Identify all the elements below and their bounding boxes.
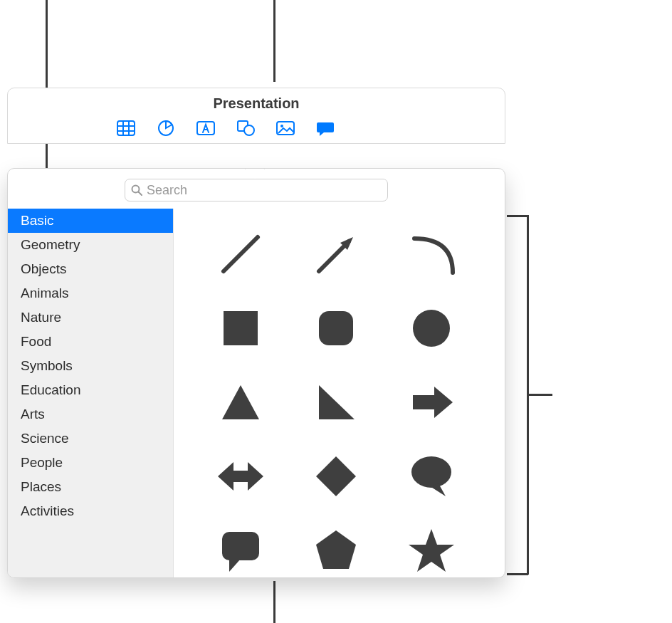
svg-rect-16 xyxy=(224,311,258,345)
circle-shape[interactable] xyxy=(396,300,467,357)
arrow-right-shape-icon xyxy=(406,377,457,428)
svg-marker-27 xyxy=(229,559,241,572)
svg-marker-21 xyxy=(413,387,453,418)
svg-marker-22 xyxy=(218,462,263,491)
comment-icon xyxy=(315,120,335,137)
chart-button[interactable] xyxy=(154,119,177,137)
sidebar-item-label: Animals xyxy=(21,286,69,300)
sidebar-item-places[interactable]: Places xyxy=(8,475,173,499)
media-button[interactable] xyxy=(274,119,297,137)
svg-point-24 xyxy=(411,456,451,488)
popover-body: BasicGeometryObjectsAnimalsNatureFoodSym… xyxy=(8,209,505,577)
speech-bubble-round-shape[interactable] xyxy=(396,448,467,505)
shape-icon xyxy=(236,120,256,137)
svg-rect-0 xyxy=(117,121,135,135)
curve-shape-icon xyxy=(406,229,457,280)
sidebar-item-label: Geometry xyxy=(21,237,80,252)
sidebar-item-label: Education xyxy=(21,382,81,397)
star-shape[interactable] xyxy=(396,522,467,577)
star-shape-icon xyxy=(406,525,457,576)
svg-marker-20 xyxy=(319,385,355,419)
rounded-square-shape-icon xyxy=(310,303,362,354)
diamond-shape[interactable] xyxy=(300,448,372,505)
media-icon xyxy=(275,120,295,137)
sidebar-item-label: Nature xyxy=(21,310,61,325)
sidebar-item-nature[interactable]: Nature xyxy=(8,305,173,330)
square-shape-icon xyxy=(215,303,266,354)
svg-rect-17 xyxy=(319,311,353,345)
window-title: Presentation xyxy=(8,88,505,116)
triangle-shape[interactable] xyxy=(205,374,276,431)
arrow-line-shape-icon xyxy=(310,229,362,280)
sidebar-item-label: Objects xyxy=(21,261,66,276)
pentagon-shape[interactable] xyxy=(300,522,372,577)
triangle-shape-icon xyxy=(215,377,266,428)
line-shape-icon xyxy=(215,229,266,280)
svg-marker-29 xyxy=(409,529,454,572)
svg-line-12 xyxy=(139,192,142,196)
svg-marker-19 xyxy=(222,385,259,419)
arrow-bidirectional-shape[interactable] xyxy=(205,448,276,505)
shapes-area xyxy=(174,209,505,577)
text-icon xyxy=(196,120,216,137)
search-input[interactable]: Search xyxy=(125,179,388,201)
arrow-right-shape[interactable] xyxy=(396,374,467,431)
curve-shape[interactable] xyxy=(396,226,467,283)
sidebar-item-label: Science xyxy=(21,431,69,446)
category-sidebar: BasicGeometryObjectsAnimalsNatureFoodSym… xyxy=(8,209,174,577)
sidebar-item-objects[interactable]: Objects xyxy=(8,257,173,281)
svg-rect-26 xyxy=(222,532,259,560)
sidebar-item-label: Symbols xyxy=(21,358,73,373)
sidebar-item-activities[interactable]: Activities xyxy=(8,499,173,523)
line-shape[interactable] xyxy=(205,226,276,283)
svg-line-13 xyxy=(224,237,258,271)
callout-line xyxy=(273,0,275,82)
sidebar-item-education[interactable]: Education xyxy=(8,378,173,402)
svg-point-8 xyxy=(244,125,254,135)
callout-line xyxy=(273,581,275,623)
app-window: Presentation xyxy=(7,88,505,144)
sidebar-item-label: Food xyxy=(21,334,51,349)
table-icon xyxy=(116,120,136,137)
sidebar-item-label: Arts xyxy=(21,407,45,422)
svg-marker-23 xyxy=(316,456,356,496)
arrow-line-shape[interactable] xyxy=(300,226,372,283)
sidebar-item-food[interactable]: Food xyxy=(8,330,173,354)
speech-bubble-square-shape-icon xyxy=(215,525,266,576)
search-icon xyxy=(131,184,142,196)
callout-line xyxy=(507,215,528,217)
chart-icon xyxy=(156,120,176,137)
right-triangle-shape-icon xyxy=(310,377,362,428)
svg-point-10 xyxy=(280,125,283,127)
sidebar-item-arts[interactable]: Arts xyxy=(8,402,173,426)
sidebar-item-basic[interactable]: Basic xyxy=(8,209,173,233)
callout-line xyxy=(527,394,552,396)
sidebar-item-people[interactable]: People xyxy=(8,451,173,475)
svg-marker-28 xyxy=(316,530,356,569)
diamond-shape-icon xyxy=(310,451,362,502)
sidebar-item-symbols[interactable]: Symbols xyxy=(8,354,173,378)
square-shape[interactable] xyxy=(205,300,276,357)
sidebar-item-label: Basic xyxy=(21,213,53,228)
table-button[interactable] xyxy=(115,119,137,137)
circle-shape-icon xyxy=(406,303,457,354)
search-placeholder: Search xyxy=(147,183,382,198)
sidebar-item-label: Activities xyxy=(21,503,74,518)
shape-button[interactable] xyxy=(234,119,257,137)
sidebar-item-label: Places xyxy=(21,479,61,494)
right-triangle-shape[interactable] xyxy=(300,374,372,431)
speech-bubble-round-shape-icon xyxy=(406,451,457,502)
sidebar-item-animals[interactable]: Animals xyxy=(8,281,173,305)
sidebar-item-label: People xyxy=(21,455,63,470)
toolbar xyxy=(8,116,505,143)
rounded-square-shape[interactable] xyxy=(300,300,372,357)
speech-bubble-square-shape[interactable] xyxy=(205,522,276,577)
text-button[interactable] xyxy=(194,119,217,137)
shapes-grid xyxy=(198,219,490,577)
sidebar-item-geometry[interactable]: Geometry xyxy=(8,233,173,257)
callout-line xyxy=(507,573,528,575)
pentagon-shape-icon xyxy=(310,525,362,576)
comment-button[interactable] xyxy=(314,119,337,137)
sidebar-item-science[interactable]: Science xyxy=(8,426,173,451)
shapes-popover: Search BasicGeometryObjectsAnimalsNature… xyxy=(7,168,505,578)
